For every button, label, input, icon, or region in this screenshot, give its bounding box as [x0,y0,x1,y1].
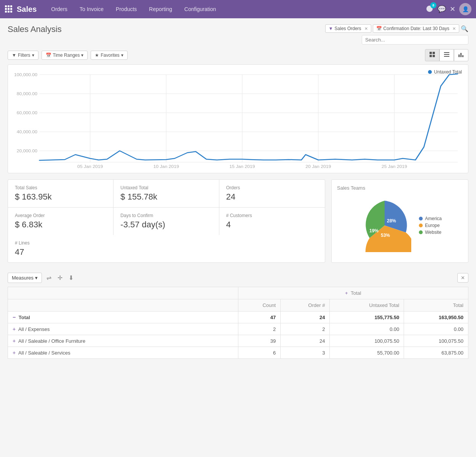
menu-configuration[interactable]: Configuration [179,4,221,14]
row-label: + All / Saleable / Services [8,347,238,359]
col-header-count: Count [238,299,281,312]
svg-rect-11 [433,52,435,54]
user-avatar[interactable]: 👤 [459,3,471,15]
pie-legend: America Europe Website [419,216,442,235]
favorites-button[interactable]: ★ Favorites ▾ [91,51,127,60]
chevron-down-icon: ▾ [121,53,123,58]
minus-icon[interactable]: − [13,314,16,320]
menu-orders[interactable]: Orders [46,4,73,14]
data-table: + Total Count Order # Untaxed Total Tota… [8,287,468,359]
kpi-orders: Orders 24 [219,180,325,208]
row-label: + All / Saleable / Office Furniture [8,335,238,347]
kpi-label: Days to Confirm [120,213,212,218]
chat-icon[interactable]: 💬 [438,5,446,13]
measures-toolbar: Measures ▾ ⇌ ✛ ⬇ ✕ [8,269,468,287]
menu-to-invoice[interactable]: To Invoice [74,4,109,14]
filter-tags: ▼ Sales Orders ✕ 📅 Confirmation Date: La… [325,24,468,33]
menu-products[interactable]: Products [110,4,142,14]
bar-chart-view-button[interactable] [454,49,468,61]
chart-view-button[interactable] [425,49,439,61]
filters-label: Filters [18,53,30,58]
row-untaxed: 100,075.50 [330,335,404,347]
sales-teams-chart: Sales Teams 28% 53% 19% [331,179,468,263]
filter-tag-sales-orders[interactable]: ▼ Sales Orders ✕ [325,24,371,33]
col-header-order: Order # [281,299,330,312]
row-order: 3 [281,347,330,359]
kpi-days-to-confirm: Days to Confirm -3.57 day(s) [113,208,219,235]
row-order: 24 [281,312,330,323]
chevron-down-icon: ▾ [32,53,34,58]
legend-item-europe: Europe [419,223,442,228]
legend-dot-untaxed [428,70,432,74]
filter-tag-remove[interactable]: ✕ [452,26,456,31]
svg-rect-8 [10,11,12,13]
plus-icon[interactable]: + [13,326,16,332]
svg-text:60,000.00: 60,000.00 [17,110,37,115]
svg-rect-14 [444,52,449,53]
row-count: 2 [238,323,281,335]
legend-dot-america [419,217,423,221]
legend-dot-website [419,230,423,234]
legend-item-america: America [419,216,442,221]
plus-icon[interactable]: + [345,290,348,296]
download-button[interactable]: ⬇ [67,273,75,283]
svg-rect-6 [5,11,7,13]
kpi-label: # Lines [15,240,107,246]
filters-button[interactable]: ▼ Filters ▾ [8,51,38,60]
row-label-text: Total [19,315,30,320]
plus-icon[interactable]: + [13,350,16,356]
kpi-section: Total Sales $ 163.95k Untaxed Total $ 15… [8,179,468,263]
svg-text:05 Jan 2019: 05 Jan 2019 [77,164,103,169]
svg-text:10 Jan 2019: 10 Jan 2019 [153,164,179,169]
svg-text:53%: 53% [381,233,390,238]
close-icon[interactable]: ✕ [450,5,455,13]
time-ranges-button[interactable]: 📅 Time Ranges ▾ [42,51,88,60]
row-label-text: All / Expenses [18,326,50,332]
search-input[interactable] [362,35,468,45]
expand-button[interactable]: ✕ [457,273,468,283]
page-title: Sales Analysis [8,24,62,34]
row-label: − Total [8,312,238,323]
col-group-label: Total [351,290,361,296]
row-total: 163,950.50 [404,312,468,323]
time-ranges-label: Time Ranges [53,53,80,58]
search-area: ▼ Sales Orders ✕ 📅 Confirmation Date: La… [325,24,468,45]
svg-text:25 Jan 2019: 25 Jan 2019 [382,164,407,169]
line-chart-container: Untaxed Total 100,000.00 80,000.00 60,00… [8,64,468,173]
swap-columns-button[interactable]: ⇌ [45,273,53,283]
filter-tag-remove[interactable]: ✕ [364,26,368,31]
row-label-text: All / Saleable / Services [18,350,70,356]
filter-tag-confirmation-date[interactable]: 📅 Confirmation Date: Last 30 Days ✕ [373,24,459,33]
add-column-button[interactable]: ✛ [56,273,64,283]
measures-button[interactable]: Measures ▾ [8,273,42,283]
search-icon[interactable]: 🔍 [461,25,468,32]
legend-label: Untaxed Total [434,69,462,75]
row-count: 39 [238,335,281,347]
svg-rect-13 [433,55,435,57]
svg-rect-16 [444,56,449,57]
pie-chart-svg: 28% 53% 19% [358,199,411,252]
legend-item-website: Website [419,230,442,235]
table-row: + All / Saleable / Services 6 3 55,700.0… [8,347,468,359]
nav-right-actions: 8 💬 ✕ 👤 [425,3,471,15]
row-total: 63,875.00 [404,347,468,359]
view-toggle [425,49,468,61]
plus-icon[interactable]: + [13,338,16,344]
table-row-total: − Total 47 24 155,775.50 163,950.50 [8,312,468,323]
calendar-icon: 📅 [46,53,51,58]
kpi-value: $ 163.95k [15,192,106,202]
menu-reporting[interactable]: Reporting [144,4,177,14]
svg-rect-3 [5,8,7,10]
table-view-button[interactable] [439,49,454,61]
legend-label-website: Website [425,230,441,235]
main-menu: Orders To Invoice Products Reporting Con… [46,4,425,14]
svg-rect-18 [460,53,462,57]
star-icon: ★ [95,53,99,58]
page-header: Sales Analysis ▼ Sales Orders ✕ 📅 Confir… [8,24,468,45]
notification-badge: 8 [430,2,436,8]
notification-bell[interactable]: 8 [425,5,434,14]
svg-rect-0 [5,5,7,7]
kpi-label: Total Sales [15,185,106,190]
line-chart: 100,000.00 80,000.00 60,000.00 40,000.00… [14,71,462,170]
app-grid-icon[interactable] [5,5,12,14]
